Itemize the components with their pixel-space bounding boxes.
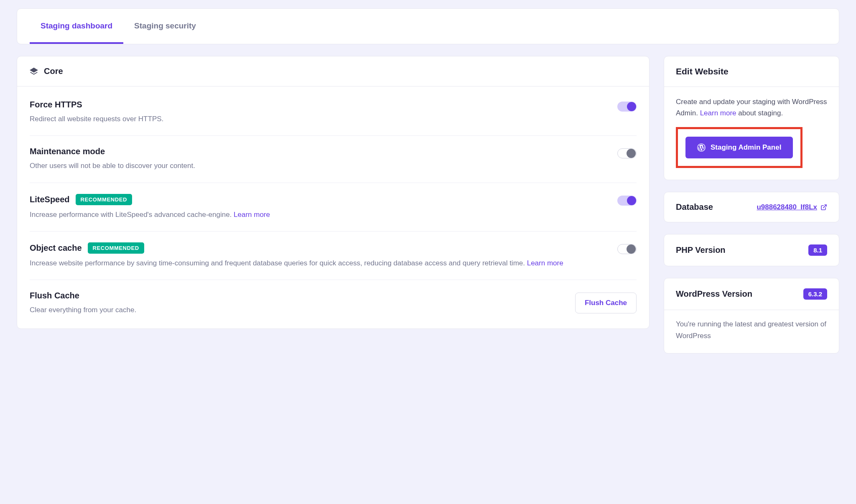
svg-line-2 xyxy=(823,205,826,208)
toggle-force-https[interactable] xyxy=(617,102,637,112)
wordpress-version-panel: WordPress Version 6.3.2 You're running t… xyxy=(664,278,839,353)
php-version-badge: 8.1 xyxy=(808,244,827,256)
wordpress-version-badge: 6.3.2 xyxy=(803,288,827,300)
wordpress-version-note: You're running the latest and greatest v… xyxy=(664,310,839,353)
staging-admin-panel-button[interactable]: Staging Admin Panel xyxy=(685,137,793,158)
database-link[interactable]: u988628480_If8Lx xyxy=(757,203,827,211)
tabs-bar: Staging dashboard Staging security xyxy=(17,8,839,44)
learn-more-link[interactable]: Learn more xyxy=(700,109,736,117)
external-link-icon xyxy=(820,204,827,211)
setting-desc-text: Increase website performance by saving t… xyxy=(30,259,527,267)
wordpress-icon xyxy=(697,143,706,152)
core-panel: Core Force HTTPS Redirect all website re… xyxy=(17,56,650,329)
php-version-panel: PHP Version 8.1 xyxy=(664,234,839,266)
layers-icon xyxy=(30,67,38,76)
setting-desc: Increase website performance by saving t… xyxy=(30,258,609,269)
setting-object-cache: Object cache RECOMMENDED Increase websit… xyxy=(30,232,637,280)
toggle-object-cache[interactable] xyxy=(617,244,637,254)
database-value: u988628480_If8Lx xyxy=(757,203,817,211)
wordpress-version-label: WordPress Version xyxy=(676,289,752,299)
highlight-box: Staging Admin Panel xyxy=(676,127,802,168)
recommended-badge: RECOMMENDED xyxy=(88,242,144,254)
edit-website-panel: Edit Website Create and update your stag… xyxy=(664,56,839,180)
setting-desc: Other users will not be able to discover… xyxy=(30,160,609,171)
tab-staging-dashboard[interactable]: Staging dashboard xyxy=(30,9,123,44)
learn-more-link[interactable]: Learn more xyxy=(527,259,563,267)
edit-website-desc-post: about staging. xyxy=(736,109,783,117)
edit-website-desc: Create and update your staging with Word… xyxy=(676,98,827,117)
edit-website-title: Edit Website xyxy=(664,56,839,87)
setting-title: Flush Cache xyxy=(30,291,79,300)
setting-force-https: Force HTTPS Redirect all website request… xyxy=(30,89,637,136)
setting-desc-text: Increase performance with LiteSpeed's ad… xyxy=(30,211,234,219)
recommended-badge: RECOMMENDED xyxy=(76,194,132,205)
database-panel: Database u988628480_If8Lx xyxy=(664,192,839,222)
setting-maintenance-mode: Maintenance mode Other users will not be… xyxy=(30,136,637,183)
flush-cache-button[interactable]: Flush Cache xyxy=(575,293,637,313)
setting-desc: Clear everything from your cache. xyxy=(30,305,567,316)
button-label: Staging Admin Panel xyxy=(711,143,781,152)
toggle-litespeed[interactable] xyxy=(617,196,637,206)
setting-title: Force HTTPS xyxy=(30,100,82,109)
php-version-label: PHP Version xyxy=(676,245,726,255)
setting-title: LiteSpeed xyxy=(30,195,70,204)
toggle-maintenance-mode[interactable] xyxy=(617,148,637,158)
database-label: Database xyxy=(676,202,713,212)
svg-marker-0 xyxy=(31,68,38,72)
core-title: Core xyxy=(44,66,63,76)
setting-desc: Increase performance with LiteSpeed's ad… xyxy=(30,209,609,220)
core-header: Core xyxy=(17,56,649,87)
tab-staging-security[interactable]: Staging security xyxy=(123,9,207,44)
learn-more-link[interactable]: Learn more xyxy=(234,211,270,219)
setting-title: Object cache xyxy=(30,243,82,253)
setting-title: Maintenance mode xyxy=(30,147,105,156)
setting-flush-cache: Flush Cache Clear everything from your c… xyxy=(30,280,637,316)
setting-litespeed: LiteSpeed RECOMMENDED Increase performan… xyxy=(30,183,637,232)
setting-desc: Redirect all website requests over HTTPS… xyxy=(30,114,609,125)
